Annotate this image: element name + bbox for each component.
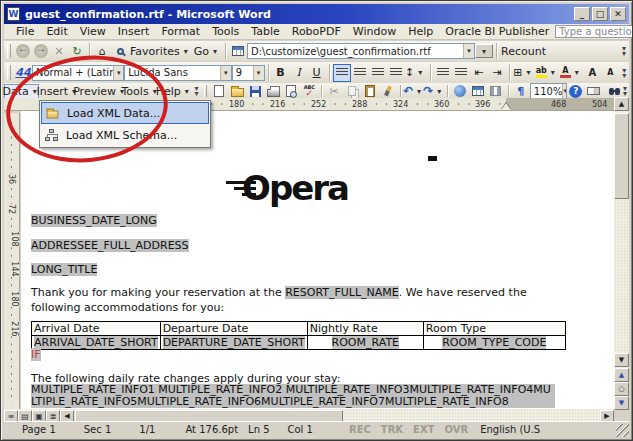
- data-menu-button[interactable]: Data ▾: [4, 84, 39, 99]
- font-size-combobox[interactable]: 9 ▾: [232, 65, 265, 81]
- back-button[interactable]: ←: [14, 42, 32, 60]
- underline-button[interactable]: U: [308, 64, 326, 82]
- select-browse-object-button[interactable]: ○: [614, 382, 629, 396]
- scroll-down-button[interactable]: ▼: [614, 353, 629, 367]
- help-icon: ?: [569, 85, 582, 98]
- paste-icon: [365, 85, 375, 97]
- menu-file[interactable]: File: [10, 24, 40, 39]
- menu-item-load-xml-data[interactable]: Load XML Data...: [41, 102, 209, 124]
- status-trk-toggle[interactable]: TRK: [381, 424, 403, 435]
- formatting-toolbar: 44 Normal + (Latir ▾ Lucida Sans ▾ 9 ▾ B…: [4, 62, 629, 83]
- highlight-button[interactable]: ab ▾: [535, 64, 559, 82]
- toolbar-chevron-icon[interactable]: ▾▾: [619, 46, 629, 56]
- field-long-title[interactable]: LONG_TITLE: [31, 263, 97, 276]
- data-menu-label: Data: [3, 85, 29, 98]
- toolbar-chevron-icon[interactable]: ▾▾: [619, 68, 629, 78]
- field-addressee[interactable]: ADDRESSEE_FULL_ADDRESS: [31, 239, 189, 252]
- bold-button[interactable]: B: [272, 64, 290, 82]
- title-bar[interactable]: W guest_confirmation.rtf - Microsoft Wor…: [4, 4, 629, 24]
- shrink-font-button[interactable]: A: [601, 64, 619, 82]
- previous-page-button[interactable]: ▲: [614, 368, 629, 382]
- grow-font-button[interactable]: A: [583, 64, 601, 82]
- ruler-number: 468: [549, 99, 568, 110]
- toolbar-grip[interactable]: [7, 65, 11, 80]
- find-icon: [609, 88, 614, 95]
- next-page-button[interactable]: ▼: [614, 396, 629, 410]
- toolbar-grip[interactable]: [7, 44, 11, 58]
- vertical-scrollbar[interactable]: ▲ ▼ ▲ ○ ▼: [614, 97, 629, 409]
- recount-button[interactable]: Recount: [500, 42, 547, 60]
- chevron-down-icon[interactable]: ▾: [463, 44, 474, 58]
- resize-grip[interactable]: [616, 424, 629, 437]
- menu-format[interactable]: Format: [155, 24, 206, 39]
- align-left-button[interactable]: [333, 64, 351, 82]
- address-combobox[interactable]: D:\customize\guest_confirmation.rtf ▾: [247, 43, 475, 59]
- field-departure-date[interactable]: DEPARTURE_DATE_SHORT: [163, 336, 305, 349]
- line-spacing-button[interactable]: ↕▾: [405, 64, 427, 82]
- field-room-type-code[interactable]: ROOM_TYPE_CODE: [442, 336, 546, 349]
- style-combobox[interactable]: Normal + (Latir ▾: [32, 65, 124, 81]
- justify-icon: [390, 68, 402, 77]
- bullet-list-button[interactable]: [452, 64, 470, 82]
- menu-oracle-bi-publisher[interactable]: Oracle BI Publisher: [439, 24, 555, 39]
- status-ovr-toggle[interactable]: OVR: [444, 424, 468, 435]
- menu-table[interactable]: Table: [245, 24, 285, 39]
- zoom-combobox[interactable]: 110% ▾: [530, 83, 567, 99]
- go-button[interactable]: Go ▾: [193, 42, 222, 60]
- borders-button[interactable]: ⊞▾: [513, 64, 535, 82]
- font-value: Lucida Sans: [128, 67, 188, 78]
- document-page[interactable]: Opera BUSINESS_DATE_LONG ADDRESSEE_FULL_…: [21, 111, 615, 409]
- menu-item-load-xml-schema[interactable]: Load XML Schema...: [41, 124, 209, 146]
- chevron-down-icon[interactable]: ▾: [253, 66, 264, 80]
- forward-button[interactable]: →: [32, 42, 50, 60]
- menu-edit[interactable]: Edit: [40, 24, 73, 39]
- menu-help[interactable]: Help: [402, 24, 439, 39]
- menu-insert[interactable]: Insert: [112, 24, 156, 39]
- vertical-ruler[interactable]: 36 72 108 144 180 216: [4, 113, 20, 409]
- table-data-row: ARRIVAL_DATE_SHORT DEPARTURE_DATE_SHORT …: [32, 336, 566, 350]
- close-button[interactable]: ✕: [610, 7, 626, 21]
- stop-button[interactable]: ✕: [50, 42, 68, 60]
- styles-and-formatting-button[interactable]: 44: [14, 64, 32, 82]
- field-room-rate[interactable]: ROOM_RATE: [332, 336, 400, 349]
- menu-tools[interactable]: Tools: [206, 24, 245, 39]
- font-combobox[interactable]: Lucida Sans ▾: [124, 65, 232, 81]
- if-form-field[interactable]: IF: [31, 348, 41, 361]
- right-indent-marker[interactable]: [501, 103, 511, 110]
- increase-indent-button[interactable]: ⇥: [488, 64, 506, 82]
- toolbar-grip[interactable]: [204, 85, 208, 96]
- field-multiple-rate-info[interactable]: MULTIPLE_RATE_INFO1 MULTIPLE_RATE_INFO2 …: [31, 384, 555, 408]
- minimize-button[interactable]: _: [574, 7, 590, 21]
- toolbar-chevron-icon[interactable]: ▾▾: [621, 86, 629, 96]
- show-web-toolbar-button[interactable]: [229, 42, 247, 60]
- field-business-date[interactable]: BUSINESS_DATE_LONG: [31, 214, 157, 227]
- toolbar-options-button[interactable]: ▾: [475, 44, 493, 58]
- status-rec-toggle[interactable]: REC: [349, 424, 371, 435]
- style-value: Normal + (Latir: [36, 67, 113, 78]
- numbered-list-button[interactable]: [434, 64, 452, 82]
- field-arrival-date[interactable]: ARRIVAL_DATE_SHORT: [34, 336, 158, 349]
- refresh-button[interactable]: ↻: [68, 42, 86, 60]
- search-web-button[interactable]: [111, 42, 129, 60]
- status-ext-toggle[interactable]: EXT: [413, 424, 434, 435]
- chevron-down-icon[interactable]: ▾: [113, 66, 123, 80]
- paragraph-text: Thank you for making your reservation at…: [31, 286, 285, 299]
- menu-robopdf[interactable]: RoboPDF: [286, 24, 347, 39]
- field-resort-name[interactable]: RESORT_FULL_NAME: [285, 286, 399, 299]
- menu-window[interactable]: Window: [347, 24, 402, 39]
- decrease-indent-button[interactable]: ⇤: [470, 64, 488, 82]
- vertical-scroll-thumb[interactable]: [614, 113, 629, 199]
- justify-button[interactable]: [387, 64, 405, 82]
- align-center-button[interactable]: [351, 64, 369, 82]
- toolbar-chevron-icon[interactable]: ▾▾: [193, 86, 201, 96]
- menu-view[interactable]: View: [74, 24, 112, 39]
- scroll-up-button[interactable]: ▲: [614, 97, 629, 111]
- help-question-input[interactable]: Type a question for help: [555, 25, 633, 38]
- favorites-button[interactable]: Favorites ▾: [129, 42, 193, 60]
- align-right-button[interactable]: [369, 64, 387, 82]
- maximize-button[interactable]: □: [592, 7, 608, 21]
- italic-button[interactable]: I: [290, 64, 308, 82]
- home-button[interactable]: ⌂: [93, 42, 111, 60]
- font-color-button[interactable]: A ▾: [559, 64, 583, 82]
- chevron-down-icon[interactable]: ▾: [220, 66, 231, 80]
